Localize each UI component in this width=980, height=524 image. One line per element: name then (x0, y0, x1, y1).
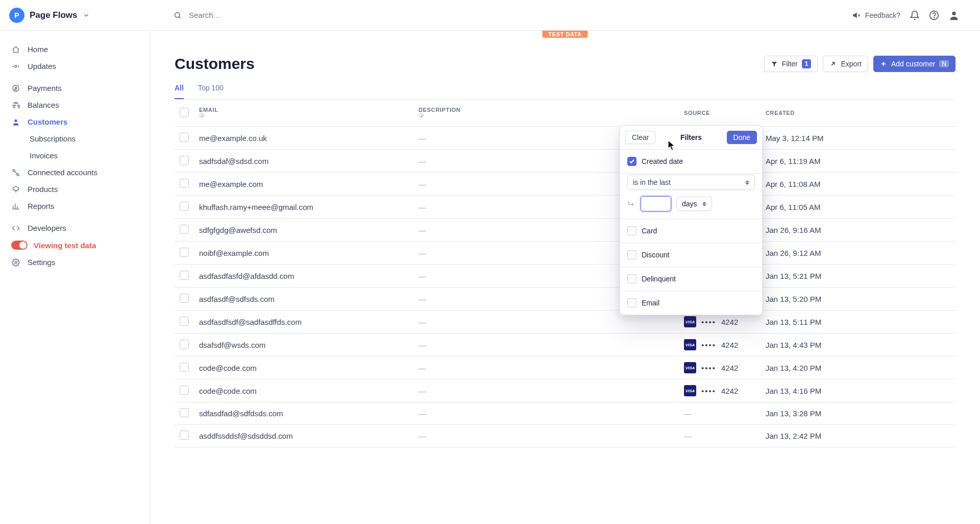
row-checkbox[interactable] (180, 202, 189, 211)
cell-created: Apr 6, 11:05 AM (761, 196, 955, 219)
row-checkbox[interactable] (180, 431, 189, 440)
checkbox-icon[interactable] (627, 298, 636, 307)
row-checkbox[interactable] (180, 363, 189, 372)
created-column-header[interactable]: CREATED (761, 100, 955, 127)
row-checkbox[interactable] (180, 317, 189, 326)
filter-row-created-date[interactable]: Created date (620, 150, 762, 174)
cell-created: Jan 13, 3:28 PM (761, 402, 955, 425)
table-row[interactable]: asdfasdfsdf@sadfasdffds.com—VISA•••• 424… (175, 311, 955, 334)
checkbox-icon[interactable] (627, 250, 636, 259)
profile-icon[interactable] (948, 10, 960, 21)
help-icon[interactable] (929, 10, 939, 20)
sidebar-item-subscriptions[interactable]: Subscriptions (0, 130, 150, 147)
table-row[interactable]: asddfssddsf@sdsddsd.com——Jan 13, 2:42 PM (175, 425, 955, 447)
tab-all[interactable]: All (175, 84, 184, 99)
sidebar-item-invoices[interactable]: Invoices (0, 147, 150, 164)
sidebar-item-home[interactable]: Home (0, 41, 150, 58)
main-content: TEST DATA Customers Filter 1 Export Add … (150, 31, 980, 524)
cell-created: Jan 13, 4:20 PM (761, 356, 955, 379)
export-button[interactable]: Export (823, 56, 868, 72)
done-button[interactable]: Done (727, 131, 757, 144)
table-row[interactable]: me@example.co.uk—VISA•••• 4242May 3, 12:… (175, 127, 955, 150)
checkbox-checked-icon[interactable] (627, 157, 636, 166)
row-checkbox[interactable] (180, 133, 189, 142)
filter-label: Email (642, 299, 659, 307)
filter-row-email[interactable]: Email (620, 291, 762, 315)
sidebar-item-updates[interactable]: Updates (0, 58, 150, 75)
table-row[interactable]: asdfasdf@sdfsds.com—VISA•••• 4242Jan 13,… (175, 288, 955, 311)
clear-button[interactable]: Clear (625, 131, 655, 144)
checkbox-icon[interactable] (627, 226, 636, 235)
select-chevron-icon (745, 180, 749, 185)
visa-icon: VISA (684, 362, 696, 373)
filter-popover: Clear Filters Done Created date is in th… (620, 125, 763, 315)
checkbox-icon[interactable] (627, 274, 636, 283)
table-row[interactable]: code@code.com—VISA•••• 4242Jan 13, 4:20 … (175, 356, 955, 379)
row-checkbox[interactable] (180, 156, 189, 165)
sidebar-item-connected[interactable]: Connected accounts (0, 164, 150, 181)
visa-icon: VISA (684, 316, 696, 327)
cell-email: asdfasdfasfd@afdasdd.com (194, 265, 413, 288)
table-row[interactable]: sdfasdfad@sdfdsds.com——Jan 13, 3:28 PM (175, 402, 955, 425)
brand-selector[interactable]: P Page Flows (0, 0, 150, 30)
table-row[interactable]: noibf@example.com—VISA•••• 4242Jan 26, 9… (175, 242, 955, 265)
sidebar-item-developers[interactable]: Developers (0, 220, 150, 236)
svg-point-0 (175, 12, 180, 17)
row-checkbox[interactable] (180, 179, 189, 188)
search-input[interactable] (189, 11, 495, 19)
table-row[interactable]: khuffash.ramy+meee@gmail.com—VISA•••• 42… (175, 196, 955, 219)
unit-select[interactable]: days (676, 197, 712, 211)
filter-label: Discount (642, 251, 669, 259)
filter-button[interactable]: Filter 1 (764, 56, 818, 72)
sidebar-item-reports[interactable]: Reports (0, 198, 150, 215)
filter-row-card[interactable]: Card (620, 219, 762, 243)
sidebar-item-label: Balances (28, 101, 59, 109)
description-column-header[interactable]: DESCRIPTION (419, 107, 460, 113)
indent-arrow-icon (627, 200, 635, 208)
source-column-header[interactable]: SOURCE (679, 100, 761, 127)
cell-source: VISA•••• 4242 (679, 334, 761, 356)
svg-point-3 (934, 17, 935, 17)
table-row[interactable]: asdfasdfasfd@afdasdd.com—VISA•••• 4242Ja… (175, 265, 955, 288)
gear-icon[interactable] (419, 113, 674, 119)
sidebar-item-balances[interactable]: Balances (0, 97, 150, 113)
filter-label: Delinquent (642, 275, 676, 283)
table-row[interactable]: sdfgfgdg@awefsd.com—VISA•••• 4242Jan 26,… (175, 219, 955, 242)
tab-top100[interactable]: Top 100 (198, 84, 224, 99)
filter-row-delinquent[interactable]: Delinquent (620, 267, 762, 291)
sidebar-item-customers[interactable]: Customers (0, 113, 150, 130)
gear-icon[interactable] (199, 113, 408, 119)
products-icon (11, 185, 20, 194)
sidebar-item-label: Viewing test data (34, 241, 96, 250)
row-checkbox[interactable] (180, 248, 189, 257)
table-row[interactable]: dsafsdf@wsds.com—VISA•••• 4242Jan 13, 4:… (175, 334, 955, 356)
email-column-header[interactable]: EMAIL (199, 107, 218, 113)
row-checkbox[interactable] (180, 225, 189, 234)
table-row[interactable]: code@code.com—VISA•••• 4242Jan 13, 4:16 … (175, 379, 955, 402)
cell-description: — (413, 379, 679, 402)
cell-email: sdfasdfad@sdfdsds.com (194, 402, 413, 425)
row-checkbox[interactable] (180, 408, 189, 417)
operator-select[interactable]: is in the last (627, 175, 755, 190)
feedback-button[interactable]: Feedback? (852, 11, 900, 20)
table-row[interactable]: sadfsdaf@sdsd.com—VISA•••• 4242Apr 6, 11… (175, 150, 955, 173)
visa-icon: VISA (684, 339, 696, 350)
sidebar-item-payments[interactable]: Payments (0, 80, 150, 97)
row-checkbox[interactable] (180, 271, 189, 280)
sidebar-item-settings[interactable]: Settings (0, 254, 150, 271)
sidebar-item-test-toggle[interactable]: Viewing test data (0, 236, 150, 254)
customers-table: EMAIL DESCRIPTION SOURCE CREATED me@exam… (175, 100, 955, 447)
svg-point-7 (14, 119, 17, 122)
row-checkbox[interactable] (180, 294, 189, 303)
select-all-checkbox[interactable] (180, 108, 189, 117)
sidebar-item-products[interactable]: Products (0, 181, 150, 198)
notifications-icon[interactable] (910, 10, 920, 20)
table-row[interactable]: me@example.com—VISA•••• 4242Apr 6, 11:08… (175, 173, 955, 196)
filter-row-discount[interactable]: Discount (620, 243, 762, 267)
cell-source: VISA•••• 4242 (679, 356, 761, 379)
row-checkbox[interactable] (180, 386, 189, 395)
add-customer-button[interactable]: Add customer N (873, 56, 955, 72)
date-amount-input[interactable] (641, 196, 671, 211)
row-checkbox[interactable] (180, 340, 189, 349)
filter-count-badge: 1 (802, 59, 812, 68)
